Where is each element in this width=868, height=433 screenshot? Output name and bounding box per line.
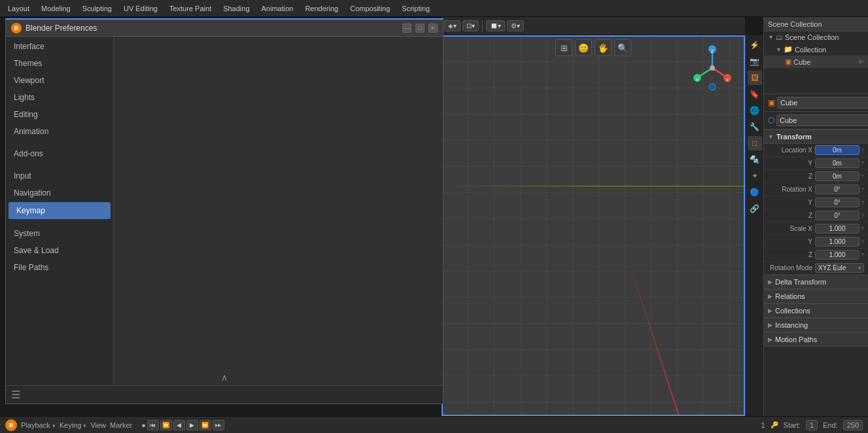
outliner-item-scene-collection[interactable]: ▼ 🗂 Scene Collection (764, 31, 868, 43)
menu-rendering[interactable]: Rendering (300, 3, 343, 14)
scale-z-label: Z (768, 251, 815, 258)
delta-transform-header[interactable]: ▶ Delta Transform (764, 275, 868, 289)
blender-status-logo[interactable]: B (5, 419, 17, 431)
menu-shading[interactable]: Shading (218, 3, 254, 14)
sidebar-item-saveload[interactable]: Save & Load (6, 242, 113, 259)
keying-label: Keying (60, 421, 82, 429)
rotation-y-lock: ? (861, 199, 864, 206)
sidebar-item-editing[interactable]: Editing (6, 106, 113, 123)
svg-point-9 (710, 65, 715, 71)
props-icon-physics[interactable]: 🔵 (748, 185, 762, 199)
status-bar: B Playback ▾ Keying ▾ View Marker ● ⏮ ⏪ … (0, 416, 868, 433)
rotation-z-lock: ? (861, 213, 864, 219)
viewport-gizmo-btn[interactable]: ⚙▾ (507, 20, 524, 31)
rotation-x-value[interactable]: 0° (815, 184, 859, 194)
props-icon-scene[interactable]: ⚡ (748, 38, 762, 52)
rotation-mode-value[interactable]: XYZ Eule ▾ (815, 263, 864, 273)
viewport-shading-btn[interactable]: ⊡▾ (462, 20, 479, 31)
prefs-bottom-bar: ☰ (6, 385, 443, 404)
viewport-search-btn[interactable]: 🔍 (614, 39, 631, 56)
viewport-camera-btn[interactable]: 😊 (575, 39, 592, 56)
sidebar-item-navigation[interactable]: Navigation (6, 184, 113, 201)
menu-scripting[interactable]: Scripting (396, 3, 435, 14)
step-back-btn[interactable]: ⏪ (160, 420, 172, 430)
scale-z-row: Z 1.000 ? (764, 249, 868, 262)
sidebar-item-filepaths[interactable]: File Paths (6, 259, 113, 276)
sidebar-item-themes[interactable]: Themes (6, 55, 113, 72)
relations-collapse-arrow: ▶ (768, 293, 773, 300)
start-value[interactable]: 1 (806, 420, 818, 430)
play-back-btn[interactable]: ◀ (173, 420, 185, 430)
hamburger-menu-icon[interactable]: ☰ (11, 389, 20, 401)
relations-header[interactable]: ▶ Relations (764, 289, 868, 303)
object-name-input[interactable] (777, 97, 868, 109)
menu-sculpting[interactable]: Sculpting (77, 3, 117, 14)
sidebar-item-system[interactable]: System (6, 225, 113, 242)
menu-animation[interactable]: Animation (256, 3, 299, 14)
svg-text:X: X (726, 78, 729, 82)
outliner-item-collection[interactable]: ▼ 📁 Collection (764, 43, 868, 56)
sidebar-item-viewport[interactable]: Viewport (6, 72, 113, 89)
close-button[interactable]: ✕ (428, 24, 438, 33)
props-icon-constraints[interactable]: 🔗 (748, 201, 762, 216)
menu-uv-editing[interactable]: UV Editing (118, 3, 163, 14)
rotation-z-value[interactable]: 0° (815, 211, 859, 220)
props-icon-scene2[interactable]: 🌐 (748, 103, 762, 118)
props-icon-particles[interactable]: ✦ (748, 169, 762, 183)
marker-menu[interactable]: Marker (110, 421, 132, 429)
sidebar-item-lights[interactable]: Lights (6, 89, 113, 106)
instancing-header[interactable]: ▶ Instancing (764, 318, 868, 332)
play-forward-btn[interactable]: ▶ (186, 420, 198, 430)
scale-z-value[interactable]: 1.000 (815, 250, 859, 260)
scale-y-label: Y (768, 238, 815, 245)
menu-modeling[interactable]: Modeling (36, 3, 76, 14)
props-icon-world[interactable]: 🔧 (748, 120, 762, 134)
sidebar-item-animation[interactable]: Animation (6, 123, 113, 140)
sidebar-item-keymap[interactable]: Keymap (9, 202, 111, 219)
rotation-y-value[interactable]: 0° (815, 198, 859, 207)
select-mode-btn[interactable]: ◈▾ (444, 20, 460, 31)
viewport-3d[interactable]: ⊞ 😊 🖐 🔍 Z X Y (442, 35, 745, 416)
props-icon-render[interactable]: 📷 (748, 54, 762, 69)
sidebar-item-interface[interactable]: Interface (6, 38, 113, 55)
view-menu[interactable]: View (90, 421, 106, 429)
sidebar-item-input[interactable]: Input (6, 167, 113, 184)
jump-end-btn[interactable]: ⏭ (213, 420, 224, 430)
props-icon-view-layer[interactable]: 🔖 (748, 87, 762, 101)
collections-header[interactable]: ▶ Collections (764, 303, 868, 318)
expand-arrow-collection: ▼ (776, 46, 782, 53)
maximize-button[interactable]: □ (415, 24, 425, 33)
viewport-grid-btn[interactable]: ⊞ (555, 39, 572, 56)
prefs-sidebar-nav: Interface Themes Viewport Lights Editing… (6, 37, 114, 385)
viewport-hand-btn[interactable]: 🖐 (595, 39, 612, 56)
location-z-label: Z (768, 173, 815, 180)
minimize-button[interactable]: — (402, 24, 411, 33)
menu-layout[interactable]: Layout (3, 3, 35, 14)
menu-texture-paint[interactable]: Texture Paint (164, 3, 217, 14)
step-forward-btn[interactable]: ⏩ (200, 420, 211, 430)
instancing-collapse-arrow: ▶ (768, 322, 773, 328)
location-z-value[interactable]: 0m (815, 171, 859, 181)
playback-menu[interactable]: Playback ▾ (21, 421, 56, 429)
location-x-value[interactable]: 0m (815, 145, 859, 155)
playback-arrow: ▾ (52, 423, 56, 429)
jump-start-btn[interactable]: ⏮ (147, 420, 159, 430)
mesh-name-input[interactable] (776, 114, 868, 126)
menu-compositing[interactable]: Compositing (345, 3, 395, 14)
keying-menu[interactable]: Keying ▾ (60, 421, 87, 429)
props-icon-modifiers[interactable]: 🔩 (748, 152, 762, 167)
props-icon-output[interactable]: 🖼 (748, 71, 762, 85)
axis-gizmo[interactable]: Z X Y (687, 43, 737, 93)
transform-section-header[interactable]: ▼ Transform (764, 130, 868, 144)
motion-paths-header[interactable]: ▶ Motion Paths (764, 332, 868, 347)
prefs-dialog: B Blender Preferences — □ ✕ Interface Th… (5, 18, 443, 404)
scale-x-value[interactable]: 1.000 (815, 224, 859, 234)
rotation-z-label: Z (768, 212, 815, 219)
viewport-overlay-btn[interactable]: 🔲▾ (486, 20, 505, 31)
props-icon-object[interactable]: □ (748, 136, 762, 150)
outliner-item-cube[interactable]: ▣ Cube 👁 (764, 56, 868, 68)
scale-y-value[interactable]: 1.000 (815, 237, 859, 247)
end-value[interactable]: 250 (843, 420, 863, 430)
location-y-value[interactable]: 0m (815, 158, 859, 168)
sidebar-item-addons[interactable]: Add-ons (6, 145, 113, 162)
